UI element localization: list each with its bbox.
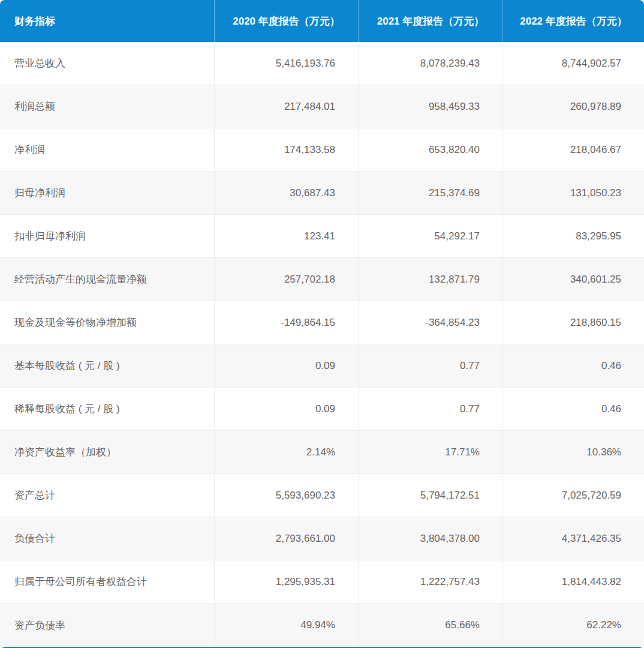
table-row: 扣非归母净利润 123.41 54,292.17 83,295.95: [0, 215, 644, 258]
table-row: 净资产收益率（加权） 2.14% 17.71% 10.36%: [0, 431, 644, 474]
row-value-2021: 215,374.69: [358, 172, 502, 214]
header-column-2022: 2022 年度报告（万元）: [502, 0, 644, 42]
row-value-2022: 218,046.67: [502, 128, 644, 171]
row-value-2021: 0.77: [358, 344, 502, 387]
row-value-2022: 0.46: [502, 388, 644, 430]
table-row: 归属于母公司所有者权益合计 1,295,935.31 1,222,757.43 …: [0, 560, 644, 604]
row-value-2020: 5,593,690.23: [214, 474, 358, 517]
row-indicator-label: 利润总额: [0, 85, 214, 128]
row-indicator-label: 净利润: [0, 128, 214, 171]
row-value-2020: 2,793,661.00: [214, 517, 358, 560]
row-indicator-label: 归母净利润: [0, 172, 214, 214]
row-value-2020: -149,864.15: [214, 301, 358, 344]
row-value-2020: 257,702.18: [214, 258, 358, 301]
table-header-row: 财务指标 2020 年度报告（万元） 2021 年度报告（万元） 2022 年度…: [0, 0, 644, 42]
row-value-2020: 1,295,935.31: [214, 560, 358, 603]
row-value-2022: 260,978.89: [502, 85, 644, 128]
row-value-2021: 0.77: [358, 388, 502, 430]
table-row: 营业总收入 5,416,193.76 8,078,239.43 8,744,90…: [0, 42, 644, 85]
row-value-2020: 2.14%: [214, 431, 358, 473]
row-value-2020: 49.94%: [214, 604, 358, 647]
financial-indicators-table: 财务指标 2020 年度报告（万元） 2021 年度报告（万元） 2022 年度…: [0, 0, 644, 648]
row-value-2020: 0.09: [214, 344, 358, 387]
row-value-2021: 17.71%: [358, 431, 502, 473]
row-value-2021: 958,459.33: [358, 85, 502, 128]
header-indicator-label: 财务指标: [0, 0, 214, 42]
row-value-2021: 1,222,757.43: [358, 560, 502, 603]
table-row: 利润总额 217,484.01 958,459.33 260,978.89: [0, 85, 644, 128]
row-indicator-label: 经营活动产生的现金流量净额: [0, 258, 214, 301]
row-indicator-label: 现金及现金等价物净增加额: [0, 301, 214, 344]
row-indicator-label: 资产负债率: [0, 604, 214, 647]
row-value-2022: 131,050.23: [502, 172, 644, 214]
table-row: 资产负债率 49.94% 65.66% 62.22%: [0, 604, 644, 647]
row-value-2020: 30,687.43: [214, 172, 358, 214]
row-value-2021: 8,078,239.43: [358, 42, 502, 85]
table-body: 营业总收入 5,416,193.76 8,078,239.43 8,744,90…: [0, 42, 644, 647]
row-indicator-label: 稀释每股收益 ( 元 / 股 ): [0, 388, 214, 430]
row-value-2021: 65.66%: [358, 604, 502, 647]
table-row: 基本每股收益 ( 元 / 股 ) 0.09 0.77 0.46: [0, 344, 644, 388]
row-value-2020: 123.41: [214, 215, 358, 257]
row-value-2022: 83,295.95: [502, 215, 644, 257]
row-value-2022: 218,860.15: [502, 301, 644, 344]
row-indicator-label: 营业总收入: [0, 42, 214, 85]
row-value-2022: 4,371,426.35: [502, 517, 644, 560]
table-row: 经营活动产生的现金流量净额 257,702.18 132,871.79 340,…: [0, 258, 644, 301]
row-value-2021: 3,804,378.00: [358, 517, 502, 560]
row-value-2020: 217,484.01: [214, 85, 358, 128]
row-value-2021: 132,871.79: [358, 258, 502, 301]
row-indicator-label: 资产总计: [0, 474, 214, 517]
row-indicator-label: 扣非归母净利润: [0, 215, 214, 257]
row-value-2022: 0.46: [502, 344, 644, 387]
row-value-2020: 174,133.58: [214, 128, 358, 171]
table-row: 现金及现金等价物净增加额 -149,864.15 -364,854.23 218…: [0, 301, 644, 344]
header-column-2020: 2020 年度报告（万元）: [214, 0, 358, 42]
row-indicator-label: 归属于母公司所有者权益合计: [0, 560, 214, 603]
row-indicator-label: 净资产收益率（加权）: [0, 431, 214, 473]
row-value-2022: 7,025,720.59: [502, 474, 644, 517]
table-row: 稀释每股收益 ( 元 / 股 ) 0.09 0.77 0.46: [0, 388, 644, 431]
row-value-2022: 340,601.25: [502, 258, 644, 301]
table-row: 归母净利润 30,687.43 215,374.69 131,050.23: [0, 172, 644, 215]
row-value-2022: 8,744,902.57: [502, 42, 644, 85]
row-value-2020: 0.09: [214, 388, 358, 430]
table-row: 负债合计 2,793,661.00 3,804,378.00 4,371,426…: [0, 517, 644, 560]
row-indicator-label: 基本每股收益 ( 元 / 股 ): [0, 344, 214, 387]
row-value-2022: 10.36%: [502, 431, 644, 473]
row-value-2022: 62.22%: [502, 604, 644, 647]
table-row: 净利润 174,133.58 653,820.40 218,046.67: [0, 128, 644, 172]
row-value-2021: 54,292.17: [358, 215, 502, 257]
row-indicator-label: 负债合计: [0, 517, 214, 560]
table-row: 资产总计 5,593,690.23 5,794,172.51 7,025,720…: [0, 474, 644, 517]
row-value-2021: -364,854.23: [358, 301, 502, 344]
row-value-2022: 1,814,443.82: [502, 560, 644, 603]
row-value-2021: 5,794,172.51: [358, 474, 502, 517]
row-value-2020: 5,416,193.76: [214, 42, 358, 85]
header-column-2021: 2021 年度报告（万元）: [358, 0, 502, 42]
row-value-2021: 653,820.40: [358, 128, 502, 171]
